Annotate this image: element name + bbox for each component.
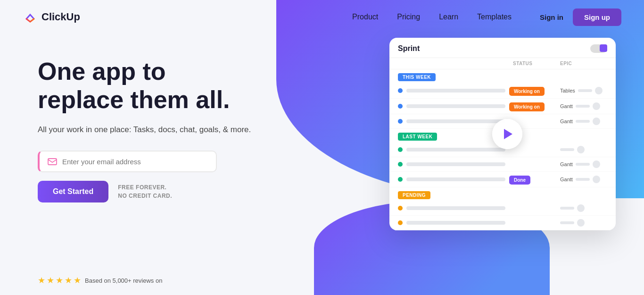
play-button[interactable] [492, 119, 522, 149]
star-3: ★ [56, 275, 63, 286]
free-forever-text: FREE FOREVER. NO CREDIT CARD. [118, 183, 172, 200]
svg-rect-0 [48, 159, 57, 165]
column-headers: STATUS EPIC [389, 58, 616, 69]
task-bar [406, 177, 505, 181]
epic-bar [576, 120, 590, 123]
task-bar [406, 221, 505, 225]
row-circle [593, 118, 600, 125]
epic-text: Gantt [560, 118, 573, 124]
epic-bar [560, 221, 574, 224]
get-started-button[interactable]: Get Started [38, 181, 108, 202]
task-bar [406, 162, 505, 166]
email-form [38, 151, 217, 172]
task-bar [406, 148, 505, 152]
dashboard-toggle[interactable] [590, 44, 607, 53]
epic-bar [576, 178, 590, 181]
status-badge: Done [509, 176, 530, 185]
col-status-header: STATUS [513, 61, 560, 66]
task-bar [406, 206, 505, 210]
star-2: ★ [47, 275, 54, 286]
dashboard-header: Sprint [389, 38, 616, 58]
task-dot [398, 104, 403, 109]
navbar: ClickUp Product Pricing Learn Templates … [0, 0, 644, 34]
epic-bar [560, 207, 574, 210]
row-circle [577, 204, 585, 212]
row-circle [593, 102, 600, 110]
nav-product[interactable]: Product [352, 13, 378, 21]
nav-templates[interactable]: Templates [477, 13, 512, 21]
task-row [389, 216, 616, 230]
toggle-dot [600, 44, 607, 52]
epic-bar [578, 89, 592, 92]
task-dot [398, 88, 403, 93]
email-input[interactable] [62, 158, 208, 166]
signin-button[interactable]: Sign in [540, 13, 563, 21]
task-row [389, 201, 616, 216]
row-circle [593, 160, 600, 168]
star-5: ★ [74, 275, 81, 286]
toggle-bar [590, 44, 607, 53]
reviews-section: ★ ★ ★ ★ ★ Based on 5,000+ reviews on [38, 275, 162, 286]
hero-left: One app to replace them all. All your wo… [38, 48, 273, 202]
task-bar [406, 119, 505, 123]
task-dot [398, 206, 403, 211]
task-bar [406, 89, 505, 93]
task-row: Working on Tables [389, 83, 616, 99]
logo-text: ClickUp [41, 11, 80, 23]
task-dot [398, 177, 403, 182]
star-1: ★ [38, 275, 45, 286]
hero-title-line1: One app to [38, 58, 166, 85]
star-rating: ★ ★ ★ ★ ★ [38, 275, 81, 286]
row-circle [595, 87, 603, 94]
epic-bar [560, 148, 574, 151]
status-badge: Working on [509, 102, 545, 111]
dashboard-mockup: Sprint STATUS EPIC THIS WEEK Working on … [389, 38, 625, 230]
row-circle [593, 176, 600, 183]
nav-learn[interactable]: Learn [439, 13, 458, 21]
task-row: Working on Gantt [389, 99, 616, 114]
signup-button[interactable]: Sign up [573, 8, 621, 26]
col-name-header [398, 61, 513, 66]
nav-links: Product Pricing Learn Templates [352, 13, 512, 21]
dashboard-container: Sprint STATUS EPIC THIS WEEK Working on … [389, 38, 625, 230]
task-row: Done Gantt [389, 172, 616, 187]
task-bar [406, 104, 505, 108]
epic-text: Gantt [560, 161, 573, 167]
epic-text: Gantt [560, 103, 573, 109]
nav-actions: Sign in Sign up [540, 8, 621, 26]
this-week-badge: THIS WEEK [398, 73, 436, 81]
play-icon [504, 129, 512, 139]
pending-badge: PENDING [398, 191, 430, 199]
logo-icon [23, 9, 38, 25]
epic-text: Gantt [560, 177, 573, 182]
star-4: ★ [65, 275, 72, 286]
epic-bar [576, 163, 590, 166]
task-row: Gantt [389, 157, 616, 172]
email-icon [47, 156, 58, 167]
task-dot [398, 220, 403, 225]
dashboard-title: Sprint [398, 44, 420, 53]
epic-bar [576, 105, 590, 108]
hero-subtitle: All your work in one place: Tasks, docs,… [38, 124, 273, 136]
task-dot [398, 119, 403, 124]
task-dot [398, 162, 403, 167]
logo[interactable]: ClickUp [23, 9, 80, 25]
task-dot [398, 147, 403, 152]
row-circle [577, 219, 585, 227]
hero-title: One app to replace them all. [38, 58, 273, 114]
row-circle [577, 146, 585, 153]
col-epic-header: EPIC [560, 61, 607, 66]
nav-pricing[interactable]: Pricing [397, 13, 420, 21]
epic-text: Tables [560, 88, 575, 93]
status-badge: Working on [509, 87, 545, 96]
review-text: Based on 5,000+ reviews on [85, 277, 162, 284]
last-week-badge: LAST WEEK [398, 133, 437, 141]
hero-title-line2: replace them all. [38, 86, 230, 113]
cta-row: Get Started FREE FOREVER. NO CREDIT CARD… [38, 181, 273, 202]
